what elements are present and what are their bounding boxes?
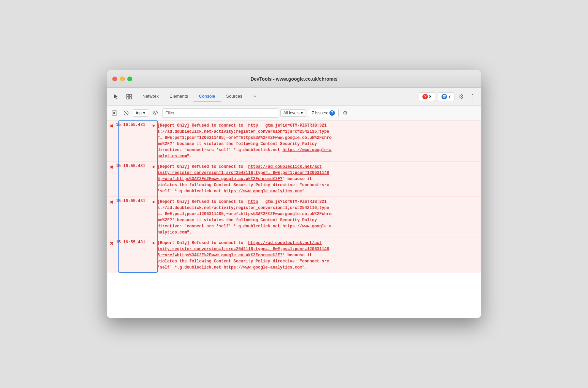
minimize-button[interactable]: ● [120, 77, 125, 81]
info-icon: 💬 [442, 94, 447, 99]
levels-label: All levels [283, 111, 299, 115]
expand-icon[interactable]: ▶ [153, 165, 155, 168]
svg-rect-1 [129, 94, 131, 96]
log-entry: ✖ 15:16:55.481 ▶ [Report Only] Refused t… [107, 162, 481, 197]
expand-icon[interactable]: ▶ [153, 200, 155, 204]
log-entries-wrapper: ✖ 15:16:55.481 ▶ [Report Only] Refused t… [107, 120, 481, 273]
more-options-button[interactable]: ⋮ [468, 92, 477, 102]
toolbar-right: ✕ 8 💬 7 ⚙ ⋮ [419, 92, 477, 102]
title-bar: ● ● ● DevTools - www.google.co.uk/chrome… [107, 70, 481, 88]
log-entry: ✖ 15:16:55.481 ▶ [Report Only] Refused t… [107, 197, 481, 238]
svg-rect-3 [129, 97, 131, 99]
tab-sources[interactable]: Sources [221, 92, 248, 101]
timestamp: 15:16:55.481 [116, 240, 150, 245]
timestamp: 15:16:55.481 [116, 199, 150, 204]
expand-icon[interactable]: ▶ [153, 124, 155, 127]
live-expressions-button[interactable] [150, 109, 160, 117]
console-settings-button[interactable]: ⚙ [341, 108, 350, 117]
log-entry: ✖ 15:16:55.481 ▶ [Report Only] Refused t… [107, 238, 481, 273]
log-entry: ✖ 15:16:55.481 ▶ [Report Only] Refused t… [107, 120, 481, 162]
error-badge-button[interactable]: ✕ 8 [419, 92, 435, 101]
issues-count-badge: 7 [329, 110, 335, 116]
log-message: [Report Only] Refused to connect to 'htt… [157, 123, 331, 159]
log-message: [Report Only] Refused to connect to 'htt… [157, 199, 331, 236]
error-icon: ✕ [422, 94, 428, 99]
context-selector[interactable]: top ▾ [133, 109, 148, 117]
levels-dropdown-icon: ▾ [301, 111, 303, 115]
issues-label: 7 Issues: [312, 111, 328, 115]
maximize-button[interactable]: ● [127, 77, 132, 81]
tab-network[interactable]: Network [137, 92, 164, 101]
error-count: 8 [429, 94, 432, 99]
devtools-window: ● ● ● DevTools - www.google.co.uk/chrome… [107, 70, 481, 318]
info-badge-button[interactable]: 💬 7 [438, 92, 454, 101]
context-label: top [136, 111, 142, 115]
clear-console-button[interactable] [121, 109, 131, 117]
svg-point-8 [154, 112, 156, 113]
tab-more[interactable]: » [248, 92, 261, 101]
traffic-lights: ● ● ● [112, 77, 132, 81]
svg-marker-5 [113, 112, 116, 114]
error-circle-icon: ✖ [110, 199, 114, 205]
main-toolbar: Network Elements Console Sources » ✕ 8 💬… [107, 88, 481, 106]
timestamp: 15:16:55.481 [116, 164, 150, 168]
timestamp: 15:16:55.481 [116, 123, 150, 127]
console-content: ✖ 15:16:55.481 ▶ [Report Only] Refused t… [107, 120, 481, 318]
settings-button[interactable]: ⚙ [457, 92, 465, 102]
cursor-button[interactable] [111, 92, 121, 101]
issues-count: 7 [331, 111, 333, 115]
execute-button[interactable] [110, 109, 119, 117]
log-levels-selector[interactable]: All levels ▾ [280, 109, 306, 117]
inspect-button[interactable] [124, 92, 134, 101]
expand-icon[interactable]: ▶ [153, 241, 155, 245]
error-circle-icon: ✖ [110, 164, 114, 170]
console-toolbar: top ▾ All levels ▾ 7 Issues: 7 ⚙ [107, 106, 481, 120]
svg-line-7 [125, 111, 128, 114]
dropdown-arrow-icon: ▾ [143, 111, 145, 115]
tab-elements[interactable]: Elements [164, 92, 194, 101]
tab-console[interactable]: Console [194, 92, 221, 101]
close-button[interactable]: ● [112, 77, 117, 81]
log-message: [Report Only] Refused to connect to 'htt… [157, 240, 329, 271]
window-title: DevTools - www.google.co.uk/chrome/ [250, 76, 337, 82]
error-circle-icon: ✖ [110, 241, 114, 246]
error-circle-icon: ✖ [110, 123, 114, 129]
svg-rect-0 [127, 94, 129, 96]
log-message: [Report Only] Refused to connect to 'htt… [157, 164, 329, 194]
filter-input[interactable] [163, 108, 278, 118]
nav-tabs: Network Elements Console Sources » [137, 92, 416, 101]
svg-rect-2 [127, 97, 129, 99]
info-count: 7 [448, 94, 451, 99]
issues-button[interactable]: 7 Issues: 7 [308, 109, 339, 117]
